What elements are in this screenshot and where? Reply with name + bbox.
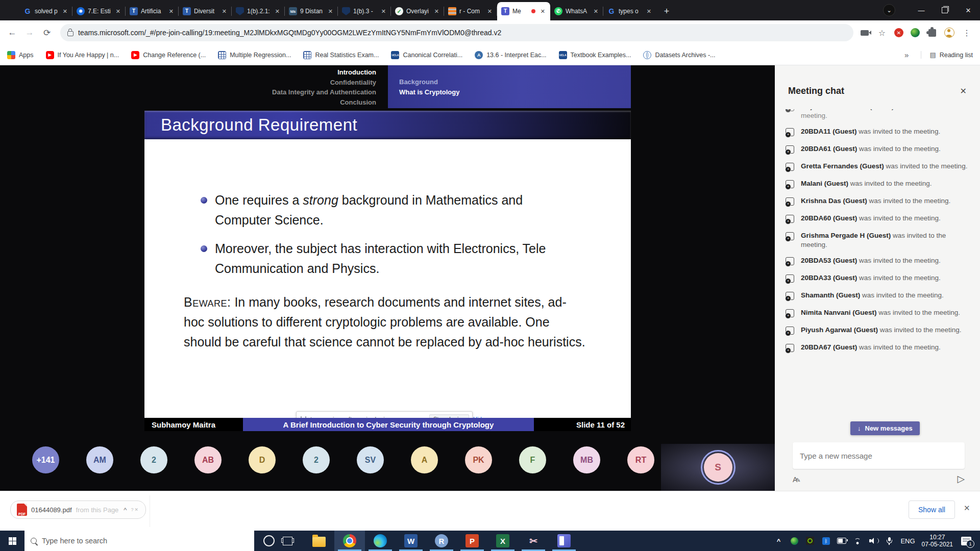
bluetooth-icon[interactable]: ᛒ (821, 536, 830, 545)
action-center-icon[interactable]: 1 (960, 536, 973, 545)
tab-close-icon[interactable]: ✕ (327, 8, 334, 15)
task-view-icon[interactable] (283, 537, 292, 545)
idm-extension-icon[interactable] (911, 28, 920, 37)
participant-avatar-5[interactable]: D (249, 446, 276, 473)
chat-input[interactable]: Type a new message (793, 442, 965, 469)
url-text[interactable]: teams.microsoft.com/_#/pre-join-calling/… (78, 29, 501, 37)
browser-tab-11[interactable]: ✆WhatsA✕ (550, 2, 603, 20)
chat-message-list[interactable]: +09.jessintha.mathew (Guest) was invited… (775, 109, 980, 440)
tab-close-icon[interactable]: ✕ (593, 8, 599, 15)
start-button[interactable] (0, 531, 24, 551)
browser-tab-1[interactable]: Gsolved p✕ (19, 2, 72, 20)
forward-button[interactable]: → (22, 26, 37, 40)
reading-list-button[interactable]: ▤ Reading list (921, 51, 973, 59)
restore-button[interactable] (933, 0, 957, 20)
taskbar-edge-icon[interactable] (365, 531, 396, 551)
taskbar-chrome-icon[interactable] (334, 531, 365, 551)
participant-avatar-4[interactable]: AB (194, 446, 222, 473)
browser-tab-8[interactable]: ✓Overlayi✕ (391, 2, 444, 20)
bookmark-7[interactable]: A13.6 - Interpret Eac... (475, 51, 546, 59)
taskbar-word-icon[interactable]: W (396, 531, 426, 551)
battery-icon[interactable] (837, 536, 846, 545)
volume-icon[interactable] (869, 536, 878, 545)
participant-avatar-11[interactable]: MB (573, 446, 600, 473)
browser-tab-7[interactable]: 1(b).3 -✕ (338, 2, 391, 20)
bookmarks-overflow-chevron[interactable]: » (904, 51, 909, 59)
tab-close-icon[interactable]: ✕ (433, 8, 440, 15)
taskbar-notes-icon[interactable] (549, 531, 579, 551)
camera-sharing-icon[interactable] (860, 28, 870, 38)
circlea-icon: A (475, 51, 483, 59)
chat-close-icon[interactable]: ✕ (960, 86, 967, 96)
bookmark-4[interactable]: Multiple Regression... (218, 51, 291, 59)
clock[interactable]: 10:27 07-05-2021 (922, 534, 953, 548)
active-speaker-tile[interactable]: S (661, 444, 775, 491)
browser-profile-icon[interactable]: ⌄ (883, 4, 895, 16)
browser-tab-3[interactable]: TArtificia✕ (126, 2, 179, 20)
bookmark-3[interactable]: ▶Change Reference (... (131, 51, 206, 59)
taskbar-snip-icon[interactable]: ✂ (518, 531, 549, 551)
participant-avatar-9[interactable]: PK (465, 446, 492, 473)
tab-close-icon[interactable]: ✕ (486, 8, 493, 15)
bookmark-star-icon[interactable]: ☆ (877, 28, 887, 38)
browser-tab-10[interactable]: TMe✕ (497, 2, 550, 20)
bookmark-1[interactable]: Apps (7, 51, 34, 59)
taskbar-r-icon[interactable]: R (426, 531, 457, 551)
format-icon[interactable]: A✎ (793, 475, 801, 484)
bookmark-9[interactable]: Datasets Archives -... (643, 51, 715, 59)
taskbar-search-box[interactable]: Type here to search (24, 531, 254, 551)
browser-tab-2[interactable]: ❋7.E: Esti✕ (72, 2, 126, 20)
bookmark-5[interactable]: Real Statistics Exam... (303, 51, 379, 59)
tab-close-icon[interactable]: ✕ (168, 8, 175, 15)
close-window-button[interactable]: ✕ (957, 0, 980, 20)
reload-button[interactable]: ⟳ (40, 26, 54, 40)
participant-avatar-8[interactable]: A (411, 446, 438, 473)
language-indicator[interactable]: ENG (900, 537, 915, 545)
new-tab-button[interactable]: + (659, 4, 674, 18)
tab-close-icon[interactable]: ✕ (380, 8, 387, 15)
bookmark-8[interactable]: UCLATextbook Examples... (559, 51, 631, 59)
minimize-button[interactable]: — (910, 0, 933, 20)
browser-tab-4[interactable]: TDiversit✕ (179, 2, 232, 20)
adblock-extension-icon[interactable]: ✕ (894, 28, 903, 37)
show-all-downloads-button[interactable]: Show all (909, 500, 955, 519)
tab-close-icon[interactable]: ✕ (115, 8, 121, 15)
taskbar-excel-icon[interactable]: X (487, 531, 518, 551)
profile-avatar-icon[interactable] (944, 28, 954, 38)
address-bar[interactable]: teams.microsoft.com/_#/pre-join-calling/… (60, 24, 853, 41)
browser-tab-9[interactable]: r - Com✕ (444, 2, 497, 20)
hidden-icons-chevron[interactable]: ^ (774, 536, 783, 545)
new-messages-button[interactable]: ↓ New messages (850, 421, 920, 435)
bookmark-2[interactable]: ▶If You Are Happy | n... (46, 51, 119, 59)
taskbar-folder-icon[interactable] (304, 531, 334, 551)
browser-tab-6[interactable]: tds9 Distan✕ (285, 2, 338, 20)
bookmark-6[interactable]: UCLACanonical Correlati... (391, 51, 462, 59)
menu-kebab-icon[interactable]: ⋮ (962, 28, 972, 38)
back-button[interactable]: ← (5, 26, 19, 40)
nvidia-tray-icon[interactable] (805, 536, 815, 545)
participant-avatar-6[interactable]: 2 (303, 446, 330, 473)
tab-close-icon[interactable]: ✕ (274, 8, 281, 15)
taskbar-powerpoint-icon[interactable]: P (457, 531, 487, 551)
participant-avatar-1[interactable]: +141 (32, 446, 59, 473)
tab-close-icon[interactable]: ✕ (646, 8, 652, 15)
participant-avatar-7[interactable]: SV (357, 446, 384, 473)
wifi-icon[interactable] (853, 536, 862, 545)
download-caret-icon[interactable]: ^ (124, 506, 127, 514)
participant-avatar-2[interactable]: AM (86, 446, 113, 473)
idm-tray-icon[interactable] (790, 536, 799, 545)
download-bar-close-icon[interactable]: ✕ (964, 504, 970, 513)
tab-close-icon[interactable]: ✕ (540, 8, 546, 15)
send-message-icon[interactable]: ▷ (957, 473, 965, 485)
extensions-puzzle-icon[interactable] (927, 28, 937, 38)
participant-avatar-10[interactable]: F (519, 446, 546, 473)
microphone-icon[interactable] (885, 536, 894, 545)
tab-close-icon[interactable]: ✕ (62, 8, 68, 15)
download-item[interactable]: PDF 01644089.pdf from this Page ^ ?✕ (10, 500, 146, 519)
participant-avatar-12[interactable]: RT (627, 446, 654, 473)
participant-avatar-3[interactable]: 2 (140, 446, 167, 473)
tab-close-icon[interactable]: ✕ (221, 8, 228, 15)
cortana-icon[interactable] (263, 535, 275, 546)
browser-tab-12[interactable]: Gtypes o✕ (603, 2, 656, 20)
browser-tab-5[interactable]: 1(b).2.1:✕ (232, 2, 285, 20)
